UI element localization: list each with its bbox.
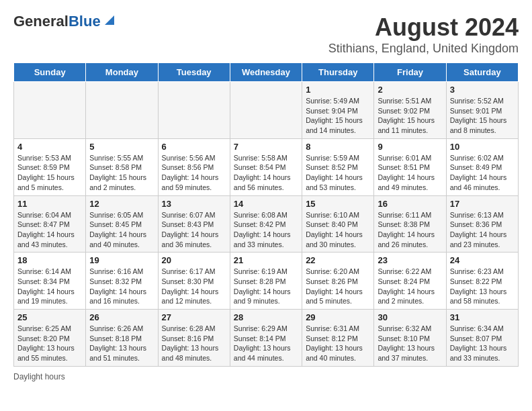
calendar-cell: 26Sunrise: 6:26 AM Sunset: 8:18 PM Dayli…	[86, 310, 158, 367]
day-info: Sunrise: 6:22 AM Sunset: 8:24 PM Dayligh…	[378, 267, 442, 306]
logo-blue: Blue	[69, 13, 101, 30]
day-info: Sunrise: 6:25 AM Sunset: 8:20 PM Dayligh…	[17, 324, 82, 363]
day-number: 29	[306, 312, 370, 322]
calendar-cell: 13Sunrise: 6:07 AM Sunset: 8:43 PM Dayli…	[158, 195, 230, 253]
header-day-thursday: Thursday	[302, 63, 374, 82]
header-day-monday: Monday	[86, 63, 158, 82]
day-info: Sunrise: 6:26 AM Sunset: 8:18 PM Dayligh…	[89, 324, 154, 363]
calendar-cell: 9Sunrise: 6:01 AM Sunset: 8:51 PM Daylig…	[374, 138, 446, 195]
day-number: 8	[306, 142, 370, 152]
day-info: Sunrise: 5:49 AM Sunset: 9:04 PM Dayligh…	[306, 96, 370, 136]
day-number: 14	[234, 199, 298, 209]
calendar-header: SundayMondayTuesdayWednesdayThursdayFrid…	[14, 63, 519, 82]
day-number: 3	[450, 85, 515, 95]
day-info: Sunrise: 6:23 AM Sunset: 8:22 PM Dayligh…	[450, 267, 515, 306]
calendar-cell: 14Sunrise: 6:08 AM Sunset: 8:42 PM Dayli…	[230, 195, 302, 253]
day-info: Sunrise: 6:20 AM Sunset: 8:26 PM Dayligh…	[306, 267, 370, 306]
logo-arrow-icon	[102, 13, 117, 28]
page-subtitle: Stithians, England, United Kingdom	[328, 42, 519, 56]
calendar-cell: 3Sunrise: 5:52 AM Sunset: 9:01 PM Daylig…	[446, 82, 518, 139]
page-header: GeneralBlue August 2024 Stithians, Engla…	[13, 13, 519, 56]
day-number: 5	[89, 142, 154, 152]
day-info: Sunrise: 6:13 AM Sunset: 8:36 PM Dayligh…	[450, 210, 515, 250]
day-info: Sunrise: 6:04 AM Sunset: 8:47 PM Dayligh…	[17, 210, 82, 250]
day-number: 4	[17, 142, 82, 152]
day-number: 25	[17, 312, 82, 322]
day-info: Sunrise: 6:05 AM Sunset: 8:45 PM Dayligh…	[89, 210, 154, 250]
logo: GeneralBlue	[13, 13, 117, 30]
calendar-cell: 15Sunrise: 6:10 AM Sunset: 8:40 PM Dayli…	[302, 195, 374, 253]
week-row-1: 1Sunrise: 5:49 AM Sunset: 9:04 PM Daylig…	[14, 82, 519, 139]
day-number: 17	[450, 199, 515, 209]
calendar-cell: 21Sunrise: 6:19 AM Sunset: 8:28 PM Dayli…	[230, 253, 302, 310]
calendar-cell: 17Sunrise: 6:13 AM Sunset: 8:36 PM Dayli…	[446, 195, 518, 253]
header-day-saturday: Saturday	[446, 63, 518, 82]
calendar-cell: 29Sunrise: 6:31 AM Sunset: 8:12 PM Dayli…	[302, 310, 374, 367]
day-info: Sunrise: 6:08 AM Sunset: 8:42 PM Dayligh…	[234, 210, 298, 250]
calendar-cell: 23Sunrise: 6:22 AM Sunset: 8:24 PM Dayli…	[374, 253, 446, 310]
day-number: 18	[17, 255, 82, 265]
calendar-cell: 12Sunrise: 6:05 AM Sunset: 8:45 PM Dayli…	[86, 195, 158, 253]
calendar-cell: 22Sunrise: 6:20 AM Sunset: 8:26 PM Dayli…	[302, 253, 374, 310]
day-info: Sunrise: 6:11 AM Sunset: 8:38 PM Dayligh…	[378, 210, 442, 250]
day-info: Sunrise: 5:58 AM Sunset: 8:54 PM Dayligh…	[234, 153, 298, 193]
calendar-cell: 10Sunrise: 6:02 AM Sunset: 8:49 PM Dayli…	[446, 138, 518, 195]
header-day-friday: Friday	[374, 63, 446, 82]
day-info: Sunrise: 6:28 AM Sunset: 8:16 PM Dayligh…	[162, 324, 226, 363]
calendar-cell: 1Sunrise: 5:49 AM Sunset: 9:04 PM Daylig…	[302, 82, 374, 139]
calendar-body: 1Sunrise: 5:49 AM Sunset: 9:04 PM Daylig…	[14, 82, 519, 367]
page-title: August 2024	[328, 13, 519, 42]
day-info: Sunrise: 5:55 AM Sunset: 8:58 PM Dayligh…	[89, 153, 154, 193]
day-number: 19	[89, 255, 154, 265]
day-info: Sunrise: 6:17 AM Sunset: 8:30 PM Dayligh…	[162, 267, 226, 306]
week-row-4: 18Sunrise: 6:14 AM Sunset: 8:34 PM Dayli…	[14, 253, 519, 310]
day-info: Sunrise: 6:01 AM Sunset: 8:51 PM Dayligh…	[378, 153, 442, 193]
calendar-cell: 2Sunrise: 5:51 AM Sunset: 9:02 PM Daylig…	[374, 82, 446, 139]
calendar-cell: 27Sunrise: 6:28 AM Sunset: 8:16 PM Dayli…	[158, 310, 230, 367]
calendar-cell	[158, 82, 230, 139]
day-info: Sunrise: 6:31 AM Sunset: 8:12 PM Dayligh…	[306, 324, 370, 363]
calendar-cell	[86, 82, 158, 139]
title-block: August 2024 Stithians, England, United K…	[328, 13, 519, 56]
day-number: 13	[162, 199, 226, 209]
calendar-cell	[230, 82, 302, 139]
calendar-cell: 18Sunrise: 6:14 AM Sunset: 8:34 PM Dayli…	[14, 253, 86, 310]
day-info: Sunrise: 6:10 AM Sunset: 8:40 PM Dayligh…	[306, 210, 370, 250]
day-number: 12	[89, 199, 154, 209]
day-number: 28	[234, 312, 298, 322]
calendar-table: SundayMondayTuesdayWednesdayThursdayFrid…	[13, 62, 519, 367]
svg-marker-0	[105, 15, 114, 25]
day-number: 9	[378, 142, 442, 152]
day-number: 31	[450, 312, 515, 322]
day-info: Sunrise: 5:52 AM Sunset: 9:01 PM Dayligh…	[450, 96, 515, 136]
calendar-cell: 24Sunrise: 6:23 AM Sunset: 8:22 PM Dayli…	[446, 253, 518, 310]
calendar-cell: 19Sunrise: 6:16 AM Sunset: 8:32 PM Dayli…	[86, 253, 158, 310]
day-info: Sunrise: 6:07 AM Sunset: 8:43 PM Dayligh…	[162, 210, 226, 250]
day-info: Sunrise: 6:19 AM Sunset: 8:28 PM Dayligh…	[234, 267, 298, 306]
day-number: 7	[234, 142, 298, 152]
day-number: 30	[378, 312, 442, 322]
header-day-wednesday: Wednesday	[230, 63, 302, 82]
calendar-cell	[14, 82, 86, 139]
day-number: 16	[378, 199, 442, 209]
day-info: Sunrise: 5:56 AM Sunset: 8:56 PM Dayligh…	[162, 153, 226, 193]
day-number: 23	[378, 255, 442, 265]
day-number: 21	[234, 255, 298, 265]
daylight-hours-label: Daylight hours	[13, 372, 65, 381]
calendar-cell: 25Sunrise: 6:25 AM Sunset: 8:20 PM Dayli…	[14, 310, 86, 367]
day-number: 2	[378, 85, 442, 95]
day-info: Sunrise: 5:53 AM Sunset: 8:59 PM Dayligh…	[17, 153, 82, 193]
day-info: Sunrise: 6:29 AM Sunset: 8:14 PM Dayligh…	[234, 324, 298, 363]
logo-general: General	[13, 13, 69, 30]
day-number: 10	[450, 142, 515, 152]
day-number: 24	[450, 255, 515, 265]
calendar-cell: 31Sunrise: 6:34 AM Sunset: 8:07 PM Dayli…	[446, 310, 518, 367]
day-info: Sunrise: 5:51 AM Sunset: 9:02 PM Dayligh…	[378, 96, 442, 136]
header-day-tuesday: Tuesday	[158, 63, 230, 82]
day-number: 15	[306, 199, 370, 209]
day-info: Sunrise: 6:14 AM Sunset: 8:34 PM Dayligh…	[17, 267, 82, 306]
day-info: Sunrise: 6:34 AM Sunset: 8:07 PM Dayligh…	[450, 324, 515, 363]
calendar-cell: 28Sunrise: 6:29 AM Sunset: 8:14 PM Dayli…	[230, 310, 302, 367]
week-row-2: 4Sunrise: 5:53 AM Sunset: 8:59 PM Daylig…	[14, 138, 519, 195]
calendar-cell: 6Sunrise: 5:56 AM Sunset: 8:56 PM Daylig…	[158, 138, 230, 195]
